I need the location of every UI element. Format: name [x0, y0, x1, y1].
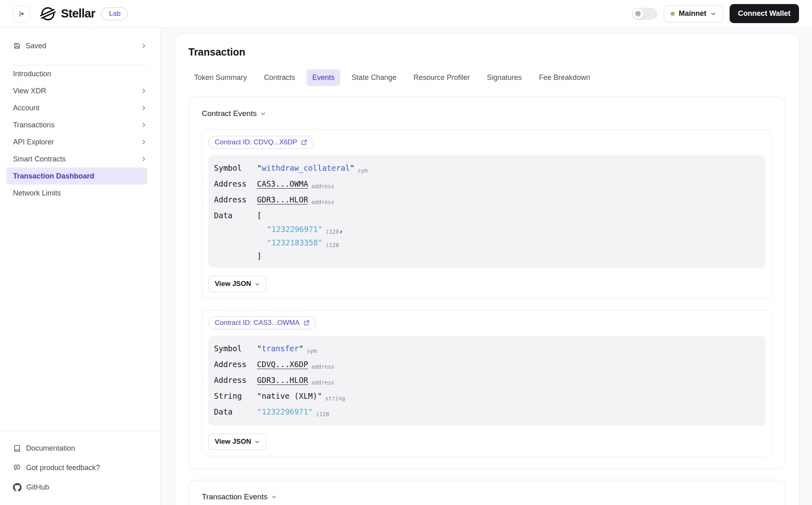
tab-contracts[interactable]: Contracts [258, 69, 301, 86]
chevron-right-icon [141, 43, 147, 49]
saved-label: Saved [26, 42, 141, 50]
external-link-icon [301, 139, 307, 146]
address-link[interactable]: GDR3...HLOR [257, 195, 308, 204]
tab-signatures[interactable]: Signatures [481, 69, 527, 86]
chevron-down-icon [260, 111, 266, 116]
transaction-card: Transaction Token Summary Contracts Even… [175, 34, 799, 505]
transaction-events-header[interactable]: Transaction Events [202, 492, 772, 501]
event-row-string: Stringnative (XLM)string [214, 389, 760, 404]
event-row-data-item: 1232183358i128 [214, 236, 760, 250]
event-card: Contract ID: CAS3...OWMA Symboltransfers… [202, 310, 772, 456]
chevron-down-icon [271, 494, 277, 500]
chevron-right-icon [141, 156, 147, 162]
github-icon [13, 483, 22, 492]
sidebar-item-api-explorer[interactable]: API Explorer [0, 133, 160, 150]
chevron-right-icon [141, 122, 147, 128]
network-select[interactable]: Mainnet [664, 5, 723, 22]
page-title: Transaction [188, 46, 785, 58]
event-row-address: AddressGDR3...HLORaddress [214, 192, 760, 208]
brand-name: Stellar [61, 7, 95, 20]
sidebar-item-transactions[interactable]: Transactions [0, 116, 160, 133]
event-row-data-open: Data [214, 208, 760, 223]
contract-id-badge[interactable]: Contract ID: CAS3...OWMA [208, 316, 316, 329]
view-json-button[interactable]: View JSON [208, 434, 266, 450]
sidebar-item-github[interactable]: GitHub [13, 477, 147, 497]
contract-id-badge[interactable]: Contract ID: CDVQ...X6DP [208, 136, 314, 149]
event-row-data-item: 1232296971i128 [214, 223, 760, 236]
contract-events-section: Contract Events Contract ID: CDVQ...X6DP [188, 97, 785, 469]
feedback-icon [13, 464, 21, 472]
chevron-down-icon [255, 282, 260, 287]
event-row-symbol: Symboltransfersym [214, 341, 760, 357]
event-row-data-close [214, 250, 760, 262]
contract-events-header[interactable]: Contract Events [202, 109, 772, 118]
sidebar-item-introduction[interactable]: Introduction [0, 65, 160, 82]
tab-token-summary[interactable]: Token Summary [188, 69, 253, 86]
tab-state-change[interactable]: State Change [346, 69, 402, 86]
event-detail-block: Symbolwithdraw_collateralsym AddressCAS3… [208, 155, 765, 268]
chevron-down-icon [255, 439, 260, 445]
chevron-down-icon [710, 11, 716, 17]
chevron-right-icon [141, 88, 147, 94]
tab-resource-profiler[interactable]: Resource Profiler [408, 69, 475, 86]
top-header: Stellar Lab Mainnet Connect Wallet [0, 0, 812, 28]
address-link[interactable]: CDVQ...X6DP [257, 360, 308, 369]
address-link[interactable]: GDR3...HLOR [257, 376, 308, 385]
panel-collapse-icon [17, 10, 26, 18]
sun-icon [635, 10, 641, 17]
view-json-button[interactable]: View JSON [208, 276, 266, 292]
sidebar-item-smart-contracts[interactable]: Smart Contracts [0, 150, 160, 168]
lab-badge: Lab [102, 7, 127, 20]
sidebar: Saved Introduction View XDR Account [0, 28, 161, 505]
theme-toggle[interactable] [632, 8, 657, 20]
collapse-sidebar-button[interactable] [13, 5, 30, 22]
tab-bar: Token Summary Contracts Events State Cha… [188, 69, 785, 86]
main-content: Transaction Token Summary Contracts Even… [161, 28, 812, 505]
tab-events[interactable]: Events [307, 69, 340, 86]
network-status-dot [671, 12, 675, 16]
chevron-right-icon [141, 139, 147, 145]
event-row-address: AddressCAS3...OWMAaddress [214, 176, 760, 192]
chevron-right-icon [141, 105, 147, 111]
stellar-logo-icon [40, 6, 56, 22]
event-detail-block: Symboltransfersym AddressCDVQ...X6DPaddr… [208, 336, 765, 425]
address-link[interactable]: CAS3...OWMA [257, 179, 308, 188]
sidebar-footer: Documentation Got product feedback? G [0, 431, 160, 505]
saved-icon [13, 42, 21, 50]
brand[interactable]: Stellar Lab [40, 6, 128, 22]
sidebar-item-network-limits[interactable]: Network Limits [0, 185, 160, 202]
sidebar-item-transaction-dashboard[interactable]: Transaction Dashboard [6, 168, 147, 185]
event-row-address: AddressCDVQ...X6DPaddress [214, 357, 760, 373]
event-row-symbol: Symbolwithdraw_collateralsym [214, 161, 760, 176]
book-icon [13, 444, 21, 452]
sidebar-item-feedback[interactable]: Got product feedback? [13, 458, 147, 477]
sidebar-item-saved[interactable]: Saved [0, 37, 160, 54]
sidebar-item-view-xdr[interactable]: View XDR [0, 82, 160, 99]
event-card: Contract ID: CDVQ...X6DP Symbolwithdraw_… [202, 129, 772, 299]
event-row-address: AddressGDR3...HLORaddress [214, 373, 760, 389]
external-link-icon [303, 320, 310, 326]
network-label: Mainnet [679, 9, 706, 18]
transaction-events-section: Transaction Events Contract ID: CAS3...O… [188, 480, 785, 505]
sidebar-item-account[interactable]: Account [0, 99, 160, 116]
connect-wallet-button[interactable]: Connect Wallet [730, 4, 799, 23]
event-row-data: Data1232296971i128 [214, 404, 760, 420]
tab-fee-breakdown[interactable]: Fee Breakdown [533, 69, 596, 86]
sidebar-item-documentation[interactable]: Documentation [13, 438, 147, 458]
